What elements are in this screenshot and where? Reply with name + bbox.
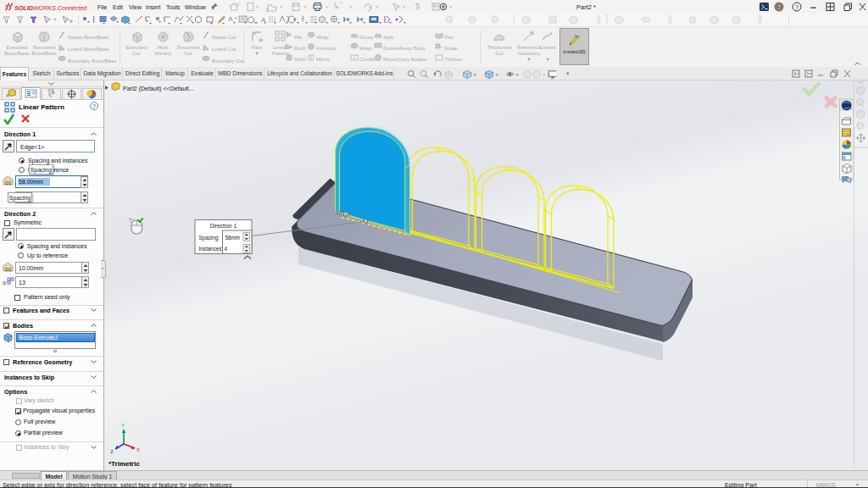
svg-text:D2: D2 [5, 267, 12, 272]
svg-text:4: 4 [225, 246, 228, 252]
svg-text:Spacing:: Spacing: [199, 235, 220, 241]
svg-text:?: ? [795, 3, 798, 11]
svg-text:D1: D1 [5, 180, 12, 186]
svg-text:58mm: 58mm [225, 235, 241, 241]
svg-text:Z: Z [110, 449, 114, 454]
svg-text:a: a [3, 280, 6, 286]
svg-text:Instances:: Instances: [199, 246, 224, 252]
svg-text:Y: Y [121, 423, 125, 428]
svg-text:Part2 (Default) <<Default...: Part2 (Default) <<Default... [123, 86, 194, 92]
svg-text:X: X [136, 447, 140, 452]
svg-text:Direction 1: Direction 1 [210, 223, 237, 229]
